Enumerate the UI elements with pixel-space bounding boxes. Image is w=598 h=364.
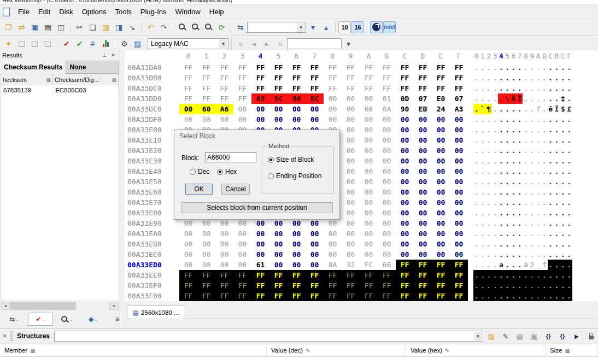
hex-byte[interactable]: FF bbox=[432, 270, 450, 280]
ascii-char[interactable]: . bbox=[504, 73, 510, 83]
block-input[interactable] bbox=[205, 152, 256, 162]
apply-structure-icon[interactable]: {} bbox=[542, 331, 554, 342]
hex-byte[interactable]: 00 bbox=[450, 218, 468, 228]
hex-byte[interactable]: FF bbox=[378, 83, 396, 93]
row-address[interactable]: 00A33E10 bbox=[125, 135, 179, 145]
ascii-char[interactable]: . bbox=[541, 166, 547, 177]
import-icon[interactable]: ⇄ bbox=[15, 21, 28, 33]
hex-byte[interactable]: FF bbox=[396, 83, 414, 93]
ascii-char[interactable]: . bbox=[492, 114, 498, 125]
ascii-char[interactable]: . bbox=[560, 135, 566, 145]
hex-byte[interactable]: 00 bbox=[450, 228, 468, 239]
ascii-char[interactable]: . bbox=[473, 83, 479, 93]
row-address[interactable]: 00A33EE0 bbox=[125, 270, 179, 280]
ascii-char[interactable]: . bbox=[523, 187, 529, 197]
ascii-char[interactable]: . bbox=[504, 166, 510, 177]
ascii-char[interactable]: . bbox=[560, 73, 566, 83]
hex-byte[interactable]: 00 bbox=[233, 104, 251, 114]
ascii-char[interactable]: . bbox=[473, 218, 479, 228]
hex-byte[interactable]: FF bbox=[269, 83, 288, 93]
hex-byte[interactable]: FF bbox=[233, 270, 251, 280]
ascii-char[interactable]: . bbox=[492, 260, 498, 270]
row-address[interactable]: 00A33EA0 bbox=[125, 228, 179, 239]
hex-byte[interactable]: 00 bbox=[396, 125, 414, 135]
ascii-char[interactable]: . bbox=[566, 280, 572, 291]
hex-byte[interactable]: 66 bbox=[378, 260, 396, 270]
hex-byte[interactable]: 07 bbox=[414, 93, 432, 104]
hex-byte[interactable]: FF bbox=[233, 291, 251, 301]
hex-byte[interactable]: EB bbox=[414, 104, 432, 114]
goto-icon[interactable] bbox=[202, 21, 215, 33]
ascii-char[interactable]: . bbox=[541, 218, 547, 228]
ascii-char[interactable]: . bbox=[479, 249, 485, 260]
hex-byte[interactable]: 00 bbox=[306, 260, 324, 270]
hex-byte[interactable]: FF bbox=[396, 260, 414, 270]
drag-handle[interactable] bbox=[10, 331, 13, 341]
hex-byte[interactable]: 00 bbox=[378, 177, 396, 187]
ascii-char[interactable]: . bbox=[498, 280, 504, 291]
ascii-char[interactable]: . bbox=[566, 93, 572, 104]
row-address[interactable]: 00A33E50 bbox=[125, 177, 179, 187]
ascii-char[interactable]: . bbox=[541, 135, 547, 145]
hex-byte[interactable]: 00 bbox=[432, 239, 450, 249]
ascii-char[interactable]: . bbox=[541, 291, 547, 301]
hex-byte[interactable]: 00 bbox=[432, 249, 450, 260]
hex-byte[interactable]: 80 bbox=[288, 93, 306, 104]
hex-byte[interactable]: 00 bbox=[251, 114, 269, 125]
hex-byte[interactable]: FF bbox=[215, 93, 233, 104]
ascii-char[interactable]: . bbox=[504, 83, 510, 93]
ascii-char[interactable]: . bbox=[523, 135, 529, 145]
hex-byte[interactable]: 00 bbox=[378, 218, 396, 228]
statistics-icon[interactable] bbox=[99, 38, 112, 50]
row-address[interactable]: 00A33DB0 bbox=[125, 73, 179, 83]
ascii-char[interactable]: . bbox=[554, 208, 560, 218]
ascii-char[interactable]: . bbox=[511, 197, 517, 208]
hex-byte[interactable]: 00 bbox=[342, 145, 360, 156]
ascii-char[interactable]: . bbox=[517, 228, 523, 239]
ascii-char[interactable]: . bbox=[498, 218, 504, 228]
ascii-char[interactable]: . bbox=[473, 62, 479, 73]
checksum-icon[interactable]: ✔ bbox=[60, 38, 73, 50]
ascii-char[interactable]: . bbox=[473, 280, 479, 291]
hex-byte[interactable]: 00 bbox=[197, 260, 215, 270]
ascii-char[interactable]: . bbox=[511, 177, 517, 187]
hex-byte[interactable]: 00 bbox=[324, 228, 342, 239]
hex-byte[interactable]: 00 bbox=[360, 156, 378, 166]
hex-byte[interactable]: 00 bbox=[342, 197, 360, 208]
hex-byte[interactable]: FF bbox=[360, 83, 378, 93]
ascii-char[interactable]: . bbox=[560, 62, 566, 73]
ascii-char[interactable]: . bbox=[523, 83, 529, 93]
ascii-char[interactable]: . bbox=[535, 156, 541, 166]
hex-byte[interactable]: FF bbox=[306, 62, 324, 73]
row-address[interactable]: 00A33DC0 bbox=[125, 83, 179, 93]
ascii-char[interactable]: . bbox=[529, 104, 535, 114]
hex-byte[interactable]: E0 bbox=[432, 93, 450, 104]
ascii-char[interactable]: . bbox=[554, 145, 560, 156]
hex-byte[interactable]: FF bbox=[396, 280, 414, 291]
print-icon[interactable]: ▤ bbox=[42, 21, 54, 33]
ascii-char[interactable]: . bbox=[566, 73, 572, 83]
hex-byte[interactable]: 00 bbox=[396, 218, 414, 228]
ascii-char[interactable]: . bbox=[511, 114, 517, 125]
ascii-char[interactable]: . bbox=[479, 83, 485, 93]
hex-byte[interactable]: FF bbox=[197, 280, 215, 291]
hex-byte[interactable]: FF bbox=[396, 62, 414, 73]
menu-item-file[interactable]: File bbox=[14, 6, 34, 17]
hex-byte[interactable]: FF bbox=[378, 73, 396, 83]
hex-byte[interactable]: FF bbox=[342, 62, 360, 73]
ascii-char[interactable]: . bbox=[535, 187, 541, 197]
hex-byte[interactable]: 24 bbox=[432, 104, 450, 114]
ascii-char[interactable]: . bbox=[486, 177, 492, 187]
ascii-char[interactable]: . bbox=[479, 280, 485, 291]
hex-byte[interactable]: FF bbox=[197, 93, 215, 104]
ascii-char[interactable]: . bbox=[504, 156, 510, 166]
ascii-char[interactable]: f bbox=[541, 260, 547, 270]
ascii-char[interactable]: . bbox=[498, 62, 504, 73]
ascii-char[interactable]: Ä bbox=[511, 93, 517, 104]
ascii-char[interactable]: . bbox=[511, 104, 517, 114]
ascii-char[interactable]: . bbox=[498, 114, 504, 125]
hex-byte[interactable]: 00 bbox=[432, 166, 450, 177]
ascii-char[interactable]: . bbox=[486, 239, 492, 249]
ascii-char[interactable]: . bbox=[554, 218, 560, 228]
find-prev-icon[interactable]: ▴ bbox=[320, 21, 332, 33]
